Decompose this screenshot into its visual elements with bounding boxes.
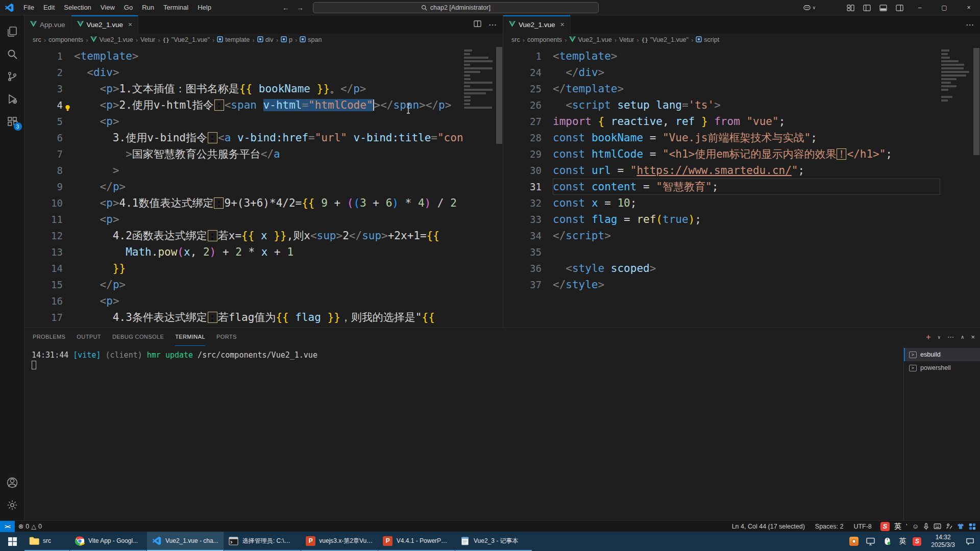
- taskbar-item-vscode[interactable]: Vue2_1.vue - cha...: [147, 532, 224, 551]
- forward-icon[interactable]: →: [297, 4, 304, 12]
- terminal-dropdown-icon[interactable]: ∨: [937, 335, 941, 340]
- code-line-12[interactable]: 4.2函数表达式绑定：若x={{ x }},则x<sup>2</sup>+2x+…: [74, 228, 463, 244]
- code-line-34[interactable]: </script>: [553, 228, 940, 244]
- taskbar-item-ppt[interactable]: Pvuejs3.x-第2章Vue...: [301, 532, 378, 551]
- code-line-3[interactable]: <p>1.文本插值：图书名称是{{ bookName }}。</p>: [74, 81, 463, 97]
- scrollbar[interactable]: [973, 46, 980, 328]
- editor-right[interactable]: 1<template>24 </div>25</template>26 <scr…: [503, 46, 980, 328]
- code-line-16[interactable]: <p>: [74, 293, 463, 309]
- handwriting-icon[interactable]: [946, 523, 952, 530]
- breadcrumb-item-Vetur[interactable]: Vetur: [140, 36, 155, 43]
- back-icon[interactable]: ←: [282, 4, 289, 12]
- panel-tab-debug-console[interactable]: DEBUG CONSOLE: [112, 329, 164, 346]
- clock[interactable]: 14:32 2025/3/3: [928, 534, 958, 549]
- encoding[interactable]: UTF-8: [850, 523, 875, 530]
- panel-more-icon[interactable]: ⋯: [947, 333, 954, 341]
- code-line-1[interactable]: <template>: [74, 48, 463, 64]
- restore-button[interactable]: ▢: [933, 0, 955, 15]
- code-line-10[interactable]: <p>4.1数值表达式绑定：9+(3+6)*4/2={{ 9 + ((3 + 6…: [74, 195, 463, 211]
- code-line-37[interactable]: </style>: [553, 277, 940, 293]
- close-window-button[interactable]: ×: [958, 0, 980, 15]
- sogou-logo-icon[interactable]: S: [880, 522, 890, 531]
- toggle-sidebar-icon[interactable]: [860, 0, 874, 15]
- panel-tab-ports[interactable]: PORTS: [216, 329, 237, 346]
- breadcrumb-item-components[interactable]: components: [527, 36, 562, 43]
- tab-Vue2_1.vue[interactable]: Vue2_1.vue×: [71, 15, 139, 34]
- terminal-output[interactable]: 14:31:44 [vite] (client) hmr update /src…: [24, 346, 903, 520]
- code-line-4[interactable]: <p>2.使用v-html指令：<span v-html="htmlCode">…: [74, 97, 463, 113]
- search-sidebar-icon[interactable]: [0, 43, 24, 65]
- tab-App.vue[interactable]: App.vue: [24, 15, 71, 34]
- breadcrumb-item-Vue21vue[interactable]: {}"Vue2_1.vue": [642, 36, 689, 43]
- breadcrumb-item-script[interactable]: script: [696, 36, 719, 44]
- menu-run[interactable]: Run: [137, 0, 159, 15]
- panel-tab-output[interactable]: OUTPUT: [77, 329, 101, 346]
- editor-left[interactable]: 1<template>2 <div>3 <p>1.文本插值：图书名称是{{ bo…: [24, 46, 503, 328]
- code-line-31[interactable]: const content = "智慧教育";: [553, 179, 940, 195]
- remote-indicator[interactable]: ><: [0, 521, 15, 532]
- settings-gear-icon[interactable]: [0, 494, 24, 516]
- tab-Vue2_1.vue[interactable]: Vue2_1.vue×: [503, 15, 571, 34]
- code-line-30[interactable]: const url = "https://www.smartedu.cn/";: [553, 162, 940, 179]
- customize-layout-icon[interactable]: [843, 0, 857, 15]
- code-line-2[interactable]: <div>: [74, 64, 463, 81]
- menu-help[interactable]: Help: [193, 0, 216, 15]
- close-tab-icon[interactable]: ×: [128, 20, 132, 29]
- emoji-icon[interactable]: ☺: [912, 522, 919, 530]
- ime-punctuation-icon[interactable]: ’: [906, 522, 908, 530]
- code-line-15[interactable]: </p>: [74, 277, 463, 293]
- breadcrumb-item-src[interactable]: src: [33, 36, 41, 43]
- screenshot-tool-icon[interactable]: [849, 537, 859, 546]
- run-debug-icon[interactable]: [0, 88, 24, 110]
- code-line-25[interactable]: </template>: [553, 81, 940, 97]
- code-line-28[interactable]: const bookName = "Vue.js前端框架技术与实战";: [553, 130, 940, 146]
- menu-file[interactable]: File: [19, 0, 39, 15]
- problems-status[interactable]: ⊗ 0 △ 0: [15, 522, 45, 530]
- close-tab-icon[interactable]: ×: [560, 20, 565, 29]
- taskbar-item-ppt[interactable]: PV4.4.1 - PowerPoi...: [378, 532, 455, 551]
- panel-tab-problems[interactable]: PROBLEMS: [33, 329, 65, 346]
- menu-terminal[interactable]: Terminal: [159, 0, 193, 15]
- minimap[interactable]: [940, 48, 973, 328]
- breadcrumb-item-p[interactable]: p: [281, 36, 292, 44]
- toggle-secondary-sidebar-icon[interactable]: [892, 0, 906, 15]
- code-line-36[interactable]: <style scoped>: [553, 260, 940, 277]
- code-line-13[interactable]: Math.pow(x, 2) + 2 * x + 1: [74, 244, 463, 260]
- action-center-icon[interactable]: [965, 536, 975, 546]
- skin-shirt-icon[interactable]: [957, 523, 964, 530]
- code-line-26[interactable]: <script setup lang='ts'>: [553, 97, 940, 113]
- menu-selection[interactable]: Selection: [59, 0, 95, 15]
- breadcrumb-item-span[interactable]: span: [300, 36, 322, 44]
- split-editor-icon[interactable]: [474, 20, 481, 30]
- more-actions-icon[interactable]: ⋯: [966, 20, 974, 30]
- keyboard-icon[interactable]: [934, 523, 941, 529]
- code-line-9[interactable]: </p>: [74, 179, 463, 195]
- code-line-11[interactable]: <p>: [74, 211, 463, 228]
- code-line-29[interactable]: const htmlCode = "<h1>使用em标记的显示内容的效果！</h…: [553, 146, 940, 162]
- code-line-7[interactable]: >国家智慧教育公共服务平台</a: [74, 146, 463, 162]
- ime-mode[interactable]: 英: [894, 522, 901, 531]
- terminal-instance-esbuild[interactable]: >esbuild: [904, 348, 980, 361]
- code-line-35[interactable]: [553, 244, 940, 260]
- start-button[interactable]: [0, 532, 24, 551]
- tray-ime-mode[interactable]: 英: [899, 537, 906, 546]
- new-terminal-icon[interactable]: +: [926, 333, 930, 342]
- tray-sogou-icon[interactable]: S: [913, 537, 921, 546]
- close-panel-icon[interactable]: ×: [971, 333, 975, 341]
- more-actions-icon[interactable]: ⋯: [488, 20, 497, 30]
- minimize-button[interactable]: –: [909, 0, 931, 15]
- code-line-8[interactable]: >: [74, 162, 463, 179]
- breadcrumb-item-Vue21vue[interactable]: {}"Vue2_1.vue": [163, 36, 210, 43]
- breadcrumb-item-Vue21vue[interactable]: Vue2_1.vue: [569, 36, 611, 44]
- breadcrumb-item-Vue21vue[interactable]: Vue2_1.vue: [90, 36, 133, 44]
- minimap[interactable]: [463, 48, 496, 328]
- indentation[interactable]: Spaces: 2: [812, 523, 847, 530]
- breadcrumb-item-div[interactable]: div: [257, 36, 274, 44]
- menu-view[interactable]: View: [96, 0, 119, 15]
- taskbar-item-notepad[interactable]: Vue2_3 - 记事本: [455, 532, 532, 551]
- maximize-panel-icon[interactable]: ∧: [961, 334, 964, 340]
- mouse-driver-icon[interactable]: [882, 536, 892, 546]
- source-control-icon[interactable]: [0, 65, 24, 88]
- code-line-6[interactable]: 3.使用v-bind指令：<a v-bind:href="url" v-bind…: [74, 130, 463, 146]
- toolbox-icon[interactable]: [969, 523, 976, 530]
